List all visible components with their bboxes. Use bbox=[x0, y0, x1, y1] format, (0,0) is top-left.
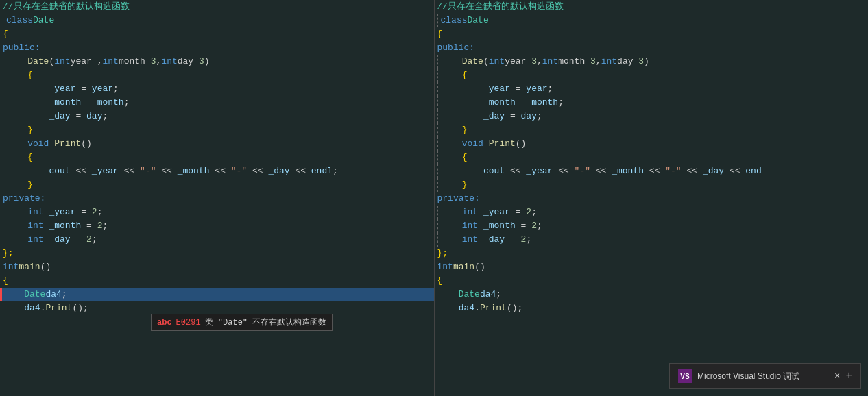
code-line: int _month = 2; bbox=[0, 219, 434, 233]
code-line: } bbox=[435, 178, 869, 192]
class-name-left: Date bbox=[33, 14, 54, 27]
code-line: int _year = 2; bbox=[435, 206, 869, 219]
error-code: E0291 bbox=[176, 318, 201, 327]
code-line: }; bbox=[435, 247, 869, 260]
code-line: { bbox=[435, 151, 869, 164]
code-line: void Print() bbox=[0, 137, 434, 151]
right-comment: //只存在全缺省的默认构造函数 bbox=[437, 0, 564, 14]
code-line: } bbox=[435, 123, 869, 137]
code-line: { bbox=[0, 151, 434, 164]
error-message: 类 "Date" 不存在默认构造函数 bbox=[205, 317, 327, 328]
right-panel: //只存在全缺省的默认构造函数 class Date { public: Dat… bbox=[435, 0, 869, 396]
code-line: public: bbox=[0, 41, 434, 55]
code-line: { bbox=[0, 69, 434, 82]
code-line: _month = month; bbox=[0, 96, 434, 110]
code-line: int _month = 2; bbox=[435, 219, 869, 233]
selected-line: Date da4; bbox=[0, 288, 434, 301]
code-line: int _day = 2; bbox=[435, 233, 869, 247]
code-line: _year = year; bbox=[0, 82, 434, 96]
error-tooltip: abc E0291 类 "Date" 不存在默认构造函数 bbox=[151, 314, 333, 331]
code-line: class Date bbox=[0, 14, 434, 27]
vs-popup-close-button[interactable]: × bbox=[834, 371, 840, 382]
code-line: da4.Print(); bbox=[435, 301, 869, 315]
code-line: Date da4; bbox=[435, 288, 869, 301]
code-line: int main() bbox=[0, 260, 434, 274]
vs-popup-add-button[interactable]: + bbox=[845, 370, 852, 382]
code-line: private: bbox=[0, 192, 434, 206]
code-line: class Date bbox=[435, 14, 869, 27]
vs-popup[interactable]: VS Microsoft Visual Studio 调试 × + bbox=[669, 363, 861, 389]
code-line: _year = year; bbox=[435, 82, 869, 96]
code-line: cout << _year << "-" << _month << "-" <<… bbox=[0, 164, 434, 178]
error-icon: abc bbox=[157, 318, 172, 327]
code-line: _day = day; bbox=[435, 110, 869, 123]
left-code-area[interactable]: //只存在全缺省的默认构造函数 class Date { public: Dat… bbox=[0, 0, 434, 396]
code-line: int _day = 2; bbox=[0, 233, 434, 247]
svg-text:VS: VS bbox=[680, 373, 690, 380]
left-comment-line: //只存在全缺省的默认构造函数 bbox=[0, 0, 434, 14]
keyword-class-left: class bbox=[6, 14, 33, 27]
code-line: int _year = 2; bbox=[0, 206, 434, 219]
right-code-area[interactable]: //只存在全缺省的默认构造函数 class Date { public: Dat… bbox=[435, 0, 869, 396]
code-line: { bbox=[0, 27, 434, 41]
left-comment: //只存在全缺省的默认构造函数 bbox=[3, 0, 130, 14]
vs-popup-title: Microsoft Visual Studio 调试 bbox=[697, 371, 829, 382]
code-line: _month = month; bbox=[435, 96, 869, 110]
code-line: public: bbox=[435, 41, 869, 55]
left-panel: //只存在全缺省的默认构造函数 class Date { public: Dat… bbox=[0, 0, 435, 396]
code-line: private: bbox=[435, 192, 869, 206]
code-line: { bbox=[435, 69, 869, 82]
right-comment-line: //只存在全缺省的默认构造函数 bbox=[435, 0, 869, 14]
code-line: _day = day; bbox=[0, 110, 434, 123]
code-line: Date(int year , int month = 3 , int day … bbox=[0, 55, 434, 69]
code-line: cout << _year << "-" << _month << "-" <<… bbox=[435, 164, 846, 178]
code-line: { bbox=[435, 274, 869, 288]
code-line: } bbox=[0, 123, 434, 137]
code-line: { bbox=[435, 27, 869, 41]
code-line: int main() bbox=[435, 260, 869, 274]
vs-popup-icon: VS bbox=[678, 369, 692, 383]
code-line: { bbox=[0, 274, 434, 288]
code-line: }; bbox=[0, 247, 434, 260]
code-line: } bbox=[0, 178, 434, 192]
code-line: da4.Print(); bbox=[0, 301, 434, 315]
code-line: void Print() bbox=[435, 137, 869, 151]
code-line: Date(int year = 3, int month = 3 , int d… bbox=[435, 55, 869, 69]
